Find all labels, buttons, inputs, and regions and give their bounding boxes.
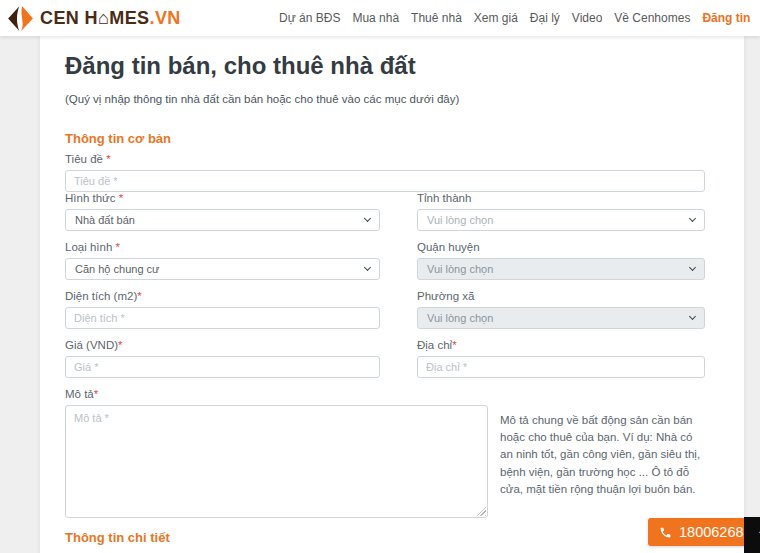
property-type-select[interactable]: Căn hộ chung cư <box>65 258 380 280</box>
field-district: Quận huyện Vui lòng chọn <box>417 241 705 280</box>
ward-label: Phường xã <box>417 290 705 302</box>
logo-text: CEN H⌂MES.VN <box>40 8 181 29</box>
required-star: * <box>118 339 122 351</box>
required-star: * <box>116 241 120 253</box>
phone-icon <box>659 526 672 539</box>
nav-xem-gia[interactable]: Xem giá <box>474 11 518 25</box>
page-title: Đăng tin bán, cho thuê nhà đất <box>65 52 705 81</box>
main-nav: Dự án BĐS Mua nhà Thuê nhà Xem giá Đại l… <box>279 0 760 36</box>
required-star: * <box>119 192 123 204</box>
ward-select: Vui lòng chọn <box>417 307 705 329</box>
cenhomes-diamond-icon <box>7 5 34 32</box>
district-select: Vui lòng chọn <box>417 258 705 280</box>
field-listing-type: Hình thức * Nhà đất bán <box>65 192 380 231</box>
property-type-label: Loại hình * <box>65 241 380 253</box>
chevron-down-icon <box>364 215 371 222</box>
province-label: Tỉnh thành <box>417 192 705 204</box>
field-price: Giá (VND)* <box>65 339 380 378</box>
area-input[interactable] <box>65 307 380 329</box>
hotline-number: 18006268 <box>679 524 744 540</box>
listing-type-select[interactable]: Nhà đất bán <box>65 209 380 231</box>
address-input[interactable] <box>417 356 705 378</box>
price-label: Giá (VND)* <box>65 339 380 351</box>
nav-mua-nha[interactable]: Mua nhà <box>352 11 399 25</box>
scroll-top-button[interactable]: ↑ <box>744 517 760 553</box>
description-textarea-wrap <box>65 405 488 518</box>
house-glyph-icon: ⌂ <box>98 8 109 28</box>
section-heading-detail-info: Thông tin chi tiết <box>65 530 705 545</box>
title-label: Tiêu đề * <box>65 153 705 165</box>
chevron-down-icon <box>364 264 371 271</box>
nav-thue-nha[interactable]: Thuê nhà <box>411 11 462 25</box>
chevron-down-icon <box>689 313 696 320</box>
listing-type-label: Hình thức * <box>65 192 380 204</box>
district-label: Quận huyện <box>417 241 705 253</box>
chevron-down-icon <box>689 215 696 222</box>
logo[interactable]: CEN H⌂MES.VN <box>7 5 181 32</box>
field-ward: Phường xã Vui lòng chọn <box>417 290 705 329</box>
content-card: Đăng tin bán, cho thuê nhà đất (Quý vị n… <box>40 36 744 553</box>
required-star: * <box>137 290 141 302</box>
field-area: Diện tích (m2)* <box>65 290 380 329</box>
description-label: Mô tả* <box>65 388 705 400</box>
field-title: Tiêu đề * <box>65 153 705 192</box>
nav-video[interactable]: Video <box>572 11 602 25</box>
page-subtitle: (Quý vị nhập thông tin nhà đất cần bán h… <box>65 93 705 105</box>
nav-dai-ly[interactable]: Đại lý <box>530 11 560 25</box>
field-description: Mô tả* Mô tả chung về bất động sản cần b… <box>65 388 705 518</box>
field-property-type: Loại hình * Căn hộ chung cư <box>65 241 380 280</box>
area-label: Diện tích (m2)* <box>65 290 380 302</box>
required-star: * <box>94 388 98 400</box>
required-star: * <box>452 339 456 351</box>
field-province: Tỉnh thành Vui lòng chọn <box>417 192 705 231</box>
address-label: Địa chỉ* <box>417 339 705 351</box>
required-star: * <box>106 153 110 165</box>
province-select[interactable]: Vui lòng chọn <box>417 209 705 231</box>
price-input[interactable] <box>65 356 380 378</box>
header: CEN H⌂MES.VN Dự án BĐS Mua nhà Thuê nhà … <box>0 0 760 36</box>
nav-du-an-bds[interactable]: Dự án BĐS <box>279 11 340 25</box>
field-address: Địa chỉ* <box>417 339 705 378</box>
title-input[interactable] <box>65 170 705 192</box>
description-textarea[interactable] <box>65 405 488 518</box>
nav-ve-cenhomes[interactable]: Về Cenhomes <box>614 11 690 25</box>
hotline-button[interactable]: 18006268 <box>648 518 755 546</box>
chevron-down-icon <box>689 264 696 271</box>
description-helper-text: Mô tả chung về bất động sản cần bán hoặc… <box>500 405 705 518</box>
section-heading-basic-info: Thông tin cơ bản <box>65 131 705 146</box>
nav-dang-tin[interactable]: Đăng tin <box>702 11 750 25</box>
